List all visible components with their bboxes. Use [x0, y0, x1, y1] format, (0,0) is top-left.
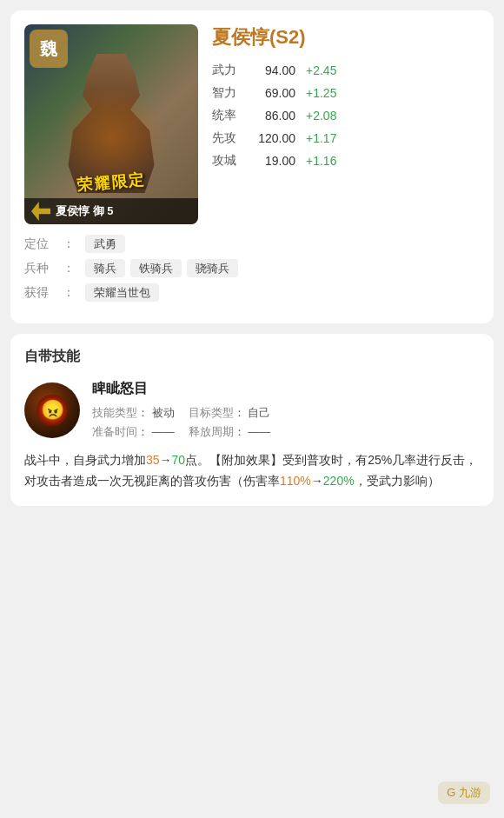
hero-title: 夏侯惇(S2) [212, 24, 480, 50]
stat-bonus: +2.08 [306, 109, 336, 123]
skill-prep-value: —— [152, 425, 175, 438]
desc-highlight-to: 70 [172, 453, 186, 467]
stat-label: 武力 [212, 63, 236, 78]
stat-label: 先攻 [212, 130, 236, 146]
hero-bg: 魏 荣耀限定 夏侯惇 御 5 [24, 24, 198, 224]
skill-prep-label: 准备时间 [92, 425, 137, 438]
skills-card: 自带技能 😠 睥眦怒目 技能类型： 被动 目标类型： 自己 准备时间： —— [10, 334, 494, 506]
stat-value: 86.00 [243, 109, 295, 123]
skill-cycle-value: —— [248, 425, 270, 438]
troops-label: 兵种 [24, 261, 56, 276]
stat-row: 攻城 19.00 +1.16 [212, 153, 480, 169]
obtain-tags: 荣耀当世包 [85, 285, 164, 301]
desc-highlight-from: 110% [280, 474, 311, 488]
stat-label: 统率 [212, 108, 236, 123]
stat-row: 智力 69.00 +1.25 [212, 85, 480, 101]
position-label: 定位 [24, 236, 56, 252]
rank-text: 夏侯惇 御 5 [56, 203, 113, 219]
skill-target-label: 目标类型 [189, 406, 234, 419]
stat-bonus: +1.16 [306, 154, 336, 168]
troops-tag: 铁骑兵 [130, 259, 182, 277]
skill-meta: 技能类型： 被动 目标类型： 自己 准备时间： —— 释放周期： —— [92, 405, 270, 440]
skill-prep-item: 准备时间： —— [92, 424, 175, 440]
obtain-tag: 荣耀当世包 [85, 283, 159, 302]
hero-card: 魏 荣耀限定 夏侯惇 御 5 夏侯惇(S2) 武力 94.00 [10, 10, 494, 323]
stat-bonus: +2.45 [306, 63, 336, 77]
skill-icon-face: 😠 [41, 399, 64, 422]
hero-portrait: 魏 荣耀限定 夏侯惇 御 5 [24, 24, 198, 224]
skills-section-title: 自带技能 [24, 348, 480, 366]
game-logo: 魏 [30, 30, 68, 68]
skill-name: 睥眦怒目 [92, 380, 270, 398]
skill-cycle-label: 释放周期 [189, 425, 234, 438]
desc-highlight-to: 220% [323, 474, 355, 488]
desc-highlight-from: 35 [146, 453, 160, 467]
stat-row: 武力 94.00 +2.45 [212, 63, 480, 78]
stat-bonus: +1.17 [306, 131, 336, 145]
stats-panel: 夏侯惇(S2) 武力 94.00 +2.45 智力 69.00 +1.25 统率… [212, 24, 480, 176]
skill-cycle-item: 释放周期： —— [189, 424, 271, 440]
troops-row: 兵种 ： 骑兵铁骑兵骁骑兵 [24, 261, 480, 276]
position-tag: 武勇 [85, 235, 125, 253]
skill-header: 😠 睥眦怒目 技能类型： 被动 目标类型： 自己 准备时间： —— 释放 [24, 380, 480, 440]
skill-description: 战斗中，自身武力增加35→70点。【附加效果】受到普攻时，有25%几率进行反击，… [24, 450, 480, 492]
skill-type-label: 技能类型 [92, 406, 137, 419]
desc-text: ，受武力影响） [355, 474, 440, 488]
stat-row: 先攻 120.00 +1.17 [212, 130, 480, 146]
obtain-row: 获得 ： 荣耀当世包 [24, 285, 480, 301]
rank-arrow-icon [31, 202, 50, 221]
stat-row: 统率 86.00 +2.08 [212, 108, 480, 123]
obtain-label: 获得 [24, 285, 56, 301]
troops-tags: 骑兵铁骑兵骁骑兵 [85, 261, 243, 276]
hero-rank-bar: 夏侯惇 御 5 [24, 198, 198, 224]
skill-type-item: 技能类型： 被动 [92, 405, 175, 421]
stat-value: 19.00 [243, 154, 295, 168]
hero-header: 魏 荣耀限定 夏侯惇 御 5 夏侯惇(S2) 武力 94.00 [24, 24, 480, 224]
stat-label: 智力 [212, 85, 236, 101]
stat-bonus: +1.25 [306, 86, 336, 100]
troops-tag: 骁骑兵 [187, 259, 238, 277]
skill-target-value: 自己 [248, 406, 270, 419]
skill-icon-inner: 😠 [36, 395, 68, 426]
stat-value: 120.00 [243, 131, 295, 145]
position-tags: 武勇 [85, 236, 130, 252]
info-section: 定位 ： 武勇 兵种 ： 骑兵铁骑兵骁骑兵 获得 ： 荣耀当世包 [24, 236, 480, 301]
stat-value: 69.00 [243, 86, 295, 100]
skill-target-item: 目标类型： 自己 [189, 405, 271, 421]
stat-label: 攻城 [212, 153, 236, 169]
desc-text: → [160, 453, 172, 467]
stat-value: 94.00 [243, 63, 295, 77]
desc-text: → [311, 474, 323, 488]
watermark: G 九游 [438, 781, 490, 804]
skill-info: 睥眦怒目 技能类型： 被动 目标类型： 自己 准备时间： —— 释放周期： —— [92, 380, 270, 440]
skill-icon: 😠 [24, 382, 80, 438]
position-row: 定位 ： 武勇 [24, 236, 480, 252]
desc-text: 战斗中，自身武力增加 [24, 453, 146, 467]
stats-list: 武力 94.00 +2.45 智力 69.00 +1.25 统率 86.00 +… [212, 63, 480, 169]
troops-tag: 骑兵 [85, 259, 125, 277]
skill-type-value: 被动 [152, 406, 175, 419]
